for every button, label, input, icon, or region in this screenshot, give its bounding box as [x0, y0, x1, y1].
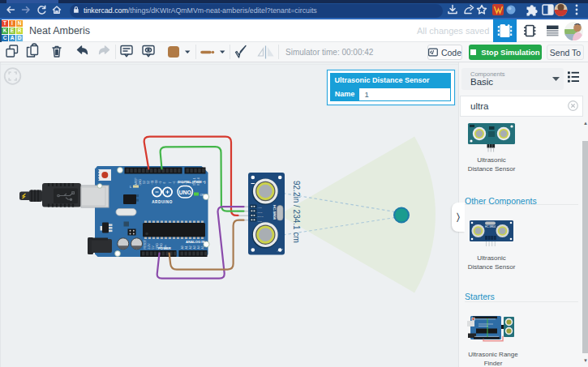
svg-text:A5: A5: [201, 245, 204, 249]
svg-text:5V: 5V: [152, 245, 155, 250]
svg-text:8: 8: [163, 182, 166, 184]
svg-text:ECHO: ECHO: [258, 216, 264, 218]
svg-text:TRIG: TRIG: [258, 211, 263, 214]
svg-text:GND: GND: [258, 220, 263, 223]
svg-text:ON: ON: [200, 194, 205, 197]
svg-text:13: 13: [143, 181, 146, 184]
svg-text:~6: ~6: [173, 181, 176, 185]
svg-text:RESET: RESET: [144, 240, 147, 249]
svg-text:HC-SR04: HC-SR04: [485, 225, 496, 228]
svg-text:A4: A4: [197, 245, 200, 249]
svg-text:~11: ~11: [151, 180, 154, 185]
svg-text:POWER: POWER: [158, 246, 171, 250]
svg-text:AREF: AREF: [135, 177, 138, 185]
svg-text:A3: A3: [193, 245, 196, 249]
svg-text:ARDUINO: ARDUINO: [152, 200, 173, 204]
svg-text:~10: ~10: [155, 180, 158, 185]
svg-text:92.2in / 234.1 cm: 92.2in / 234.1 cm: [292, 181, 301, 243]
svg-text:7: 7: [169, 182, 172, 184]
svg-text:3.3V: 3.3V: [148, 243, 151, 250]
svg-text:GND: GND: [139, 178, 142, 185]
svg-text:VCC: VCC: [258, 207, 262, 209]
svg-text:UNO: UNO: [178, 190, 191, 195]
svg-text:A1: A1: [185, 245, 188, 249]
svg-text:HC-SR04: HC-SR04: [273, 205, 277, 220]
svg-text:A2: A2: [189, 245, 192, 249]
svg-text:ANALOG IN: ANALOG IN: [186, 240, 205, 244]
svg-text:L: L: [130, 186, 131, 189]
svg-text:~9: ~9: [159, 181, 162, 185]
svg-text:A0: A0: [181, 245, 184, 249]
svg-text:DIGITAL (PWM ~): DIGITAL (PWM ~): [178, 180, 206, 184]
svg-text:12: 12: [147, 181, 150, 184]
